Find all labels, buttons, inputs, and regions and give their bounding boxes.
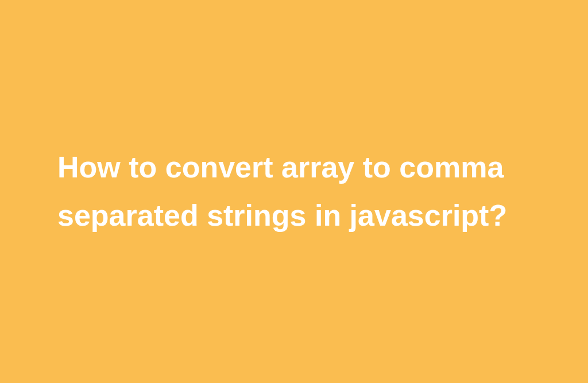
page-heading: How to convert array to comma separated … [57,144,528,239]
